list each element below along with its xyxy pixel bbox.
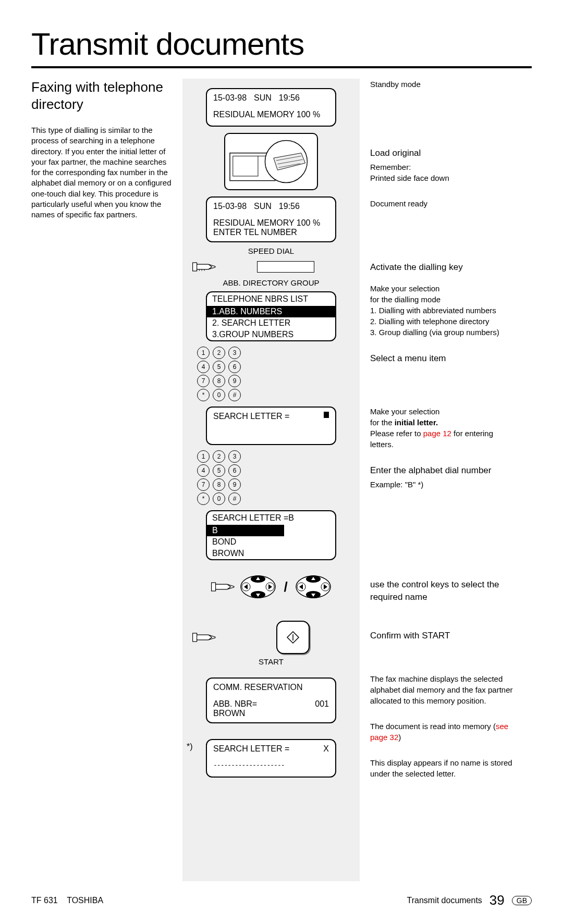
key-0: 0 [213, 492, 225, 505]
lcd-day: SUN [254, 202, 272, 211]
lcd-line2: RESIDUAL MEMORY 100 % [213, 110, 329, 119]
key-8: 8 [213, 375, 225, 387]
key-2: 2 [213, 450, 225, 463]
search-result: BROWN [207, 548, 335, 559]
note-no-name: This display appears if no name is store… [370, 757, 516, 779]
lcd-display-5: COMM. RESERVATION ABB. NBR=001 BROWN [206, 677, 336, 723]
footer-brand: TOSHIBA [67, 896, 103, 905]
lcd-display-2: 15-03-98 SUN 19:56 RESIDUAL MEMORY 100 %… [206, 196, 336, 242]
key-6: 6 [228, 464, 241, 477]
key-9: 9 [228, 375, 241, 387]
text: Example: "B" *) [370, 479, 516, 490]
key-7: 7 [197, 375, 210, 387]
pointing-hand-icon [192, 629, 217, 646]
heading-confirm-start: Confirm with START [370, 630, 516, 642]
lcd-line3: BROWN [213, 709, 329, 718]
speed-dial-label: SPEED DIAL [192, 247, 350, 255]
slash-separator: / [284, 579, 287, 595]
heading-control-keys: use the control keys to select the requi… [370, 578, 516, 603]
search-result-selected: B [207, 525, 284, 536]
key-3: 3 [228, 347, 241, 359]
key-hash: # [228, 389, 241, 401]
text: Printed side face down [370, 173, 516, 183]
lcd-line2: RESIDUAL MEMORY 100 % [213, 218, 329, 228]
svg-rect-1 [233, 156, 258, 176]
key-8: 8 [213, 478, 225, 491]
key-4: 4 [197, 464, 210, 477]
note-doc-ready: Document ready [370, 198, 516, 209]
page-title: Transmit documents [31, 26, 532, 62]
lcd-line2-right: 001 [315, 699, 329, 709]
key-2: 2 [213, 347, 225, 359]
start-label: START [192, 657, 350, 666]
numeric-keypad: 123 456 789 *0# [192, 347, 254, 401]
lcd-line3: ENTER TEL NUMBER [213, 228, 329, 237]
heading-activate-dial: Activate the dialling key [370, 261, 516, 274]
middle-column: 15-03-98 SUN 19:56 RESIDUAL MEMORY 100 % [182, 79, 360, 881]
section-heading: Faxing with telephone directory [31, 79, 172, 113]
key-1: 1 [197, 347, 210, 359]
key-6: 6 [228, 361, 241, 373]
lcd-display-4: SEARCH LETTER =B B BOND BROWN [206, 510, 336, 560]
key-9: 9 [228, 478, 241, 491]
svg-rect-7 [193, 263, 197, 271]
key-5: 5 [213, 361, 225, 373]
menu-header: TELEPHONE NBRS LIST [207, 292, 335, 306]
key-3: 3 [228, 450, 241, 463]
page-footer: TF 631 TOSHIBA Transmit documents 39 GB [31, 892, 532, 908]
menu-item: 2. SEARCH LETTER [207, 317, 335, 329]
telephone-menu: TELEPHONE NBRS LIST 1.ABB. NUMBERS 2. SE… [206, 291, 336, 341]
pointing-hand-icon [211, 578, 236, 595]
start-diamond-icon [286, 631, 300, 644]
lcd-day: SUN [254, 93, 272, 103]
menu-item: 3.GROUP NUMBERS [207, 329, 335, 340]
footer-section: Transmit documents [407, 896, 482, 905]
menu-item-selected: 1.ABB. NUMBERS [207, 306, 335, 317]
footer-model: TF 631 [31, 896, 58, 905]
navpad-icon [295, 575, 332, 599]
text: Remember: [370, 162, 516, 173]
language-badge: GB [512, 896, 532, 905]
lcd-display-1: 15-03-98 SUN 19:56 RESIDUAL MEMORY 100 % [206, 88, 336, 127]
lcd-line1-right: X [323, 744, 329, 754]
right-column: Standby mode Load original Remember: Pri… [360, 79, 516, 881]
search-result: BOND [207, 536, 335, 548]
title-rule [31, 66, 532, 68]
pointing-hand-icon [192, 258, 217, 275]
lcd-line1: SEARCH LETTER = [213, 412, 289, 421]
text: for the dialling mode [370, 294, 516, 305]
cursor-icon [324, 412, 329, 418]
text: Make your selection [370, 283, 516, 294]
note-display-selected: The fax machine displays the selected al… [370, 673, 516, 706]
key-5: 5 [213, 464, 225, 477]
page-number: 39 [489, 892, 505, 908]
text: Please refer to page 12 for entering let… [370, 428, 516, 450]
lcd-date: 15-03-98 [213, 93, 247, 103]
key-star: * [197, 389, 210, 401]
abb-directory-label: ABB. DIRECTORY GROUP [192, 278, 350, 287]
lcd-time: 19:56 [279, 202, 300, 211]
svg-rect-11 [212, 583, 216, 591]
text: 3. Group dialling (via group numbers) [370, 327, 516, 338]
note-standby: Standby mode [370, 79, 516, 90]
lcd-display-6: SEARCH LETTER =X -------------------- [206, 739, 336, 778]
text: 1. Dialling with abbreviated numbers [370, 305, 516, 316]
lcd-line1-left: SEARCH LETTER = [213, 744, 289, 754]
navpad-icon [240, 575, 276, 599]
lcd-dashes: -------------------- [213, 761, 329, 769]
key-7: 7 [197, 478, 210, 491]
start-button [276, 621, 310, 654]
lcd-display-3: SEARCH LETTER = [206, 406, 336, 445]
lcd-line2-left: ABB. NBR= [213, 699, 257, 709]
lcd-line1: SEARCH LETTER =B [207, 511, 335, 525]
footnote-mark: *) [187, 742, 193, 751]
key-hash: # [228, 492, 241, 505]
lcd-time: 19:56 [279, 93, 300, 103]
lcd-line1: COMM. RESERVATION [213, 683, 329, 692]
text: Make your selection [370, 406, 516, 417]
heading-select-menu: Select a menu item [370, 352, 516, 365]
left-column: Faxing with telephone directory This typ… [31, 79, 182, 881]
key-4: 4 [197, 361, 210, 373]
heading-load-original: Load original [370, 147, 516, 159]
page-link: page 12 [423, 429, 451, 438]
